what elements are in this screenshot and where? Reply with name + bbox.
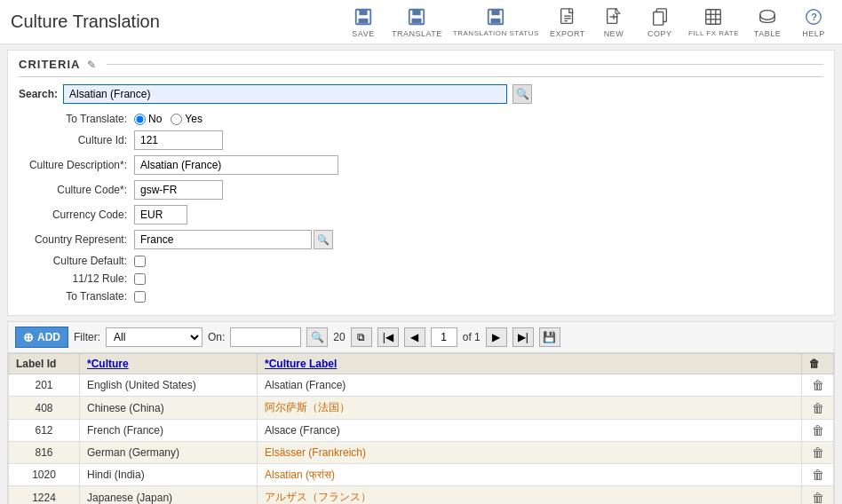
culture-desc-input[interactable] xyxy=(134,155,338,175)
translation-status-button[interactable]: TRANSLATION STATUS xyxy=(453,6,539,37)
copy-grid-button[interactable]: ⧉ xyxy=(351,327,372,347)
copy-button[interactable]: COPY xyxy=(642,6,678,38)
search-input[interactable] xyxy=(63,84,507,104)
cell-action: 🗑 xyxy=(802,464,834,486)
first-page-button[interactable]: |◀ xyxy=(377,327,399,347)
data-table: Label Id *Culture *Culture Label 🗑 201 E… xyxy=(8,353,834,504)
delete-row-button[interactable]: 🗑 xyxy=(812,378,824,392)
new-button[interactable]: NEW xyxy=(596,6,632,38)
label-id-header-text: Label Id xyxy=(16,358,56,370)
grid-section: ⊕ ADD Filter: All Translated Not Transla… xyxy=(7,321,835,504)
on-label: On: xyxy=(208,331,225,343)
fill-fx-rate-icon xyxy=(701,6,726,28)
culture-id-label: Culture Id: xyxy=(19,134,134,146)
search-button[interactable]: 🔍 xyxy=(512,84,532,104)
to-translate-form-label: To Translate: xyxy=(19,290,134,303)
country-represent-label: Country Represent: xyxy=(19,233,134,246)
eraser-icon[interactable]: ✎ xyxy=(87,59,96,71)
rule-label: 11/12 Rule: xyxy=(19,272,134,285)
fill-fx-rate-button[interactable]: FILL FX RATE xyxy=(688,6,739,37)
rule-checkbox[interactable] xyxy=(134,273,146,285)
filter-select[interactable]: All Translated Not Translated xyxy=(106,327,203,347)
radio-no-input[interactable] xyxy=(134,114,146,125)
delete-row-button[interactable]: 🗑 xyxy=(812,468,824,482)
rule-row: 11/12 Rule: xyxy=(19,272,823,285)
to-translate-row: To Translate: No Yes xyxy=(19,113,823,125)
page-title: Culture Translation xyxy=(11,12,160,32)
table-row: 1224 Japanese (Japan) アルザス（フランス） 🗑 xyxy=(9,486,834,505)
col-header-label-id[interactable]: Label Id xyxy=(9,354,80,374)
radio-yes[interactable]: Yes xyxy=(171,113,203,125)
new-label: NEW xyxy=(604,29,624,38)
cell-id: 1020 xyxy=(9,464,80,486)
new-icon xyxy=(601,6,626,28)
cell-action: 🗑 xyxy=(802,374,834,397)
copy-icon xyxy=(647,6,672,28)
radio-no-label: No xyxy=(148,113,162,125)
culture-code-input[interactable] xyxy=(134,180,223,200)
culture-default-checkbox[interactable] xyxy=(134,256,146,267)
culture-code-label: Culture Code*: xyxy=(19,184,134,196)
help-button[interactable]: ? HELP xyxy=(796,6,831,38)
search-label: Search: xyxy=(19,88,58,100)
grid-toolbar: ⊕ ADD Filter: All Translated Not Transla… xyxy=(8,322,834,353)
delete-row-button[interactable]: 🗑 xyxy=(812,445,824,460)
save-label: SAVE xyxy=(352,29,374,38)
export-grid-button[interactable]: 💾 xyxy=(539,327,560,347)
to-translate-form-row: To Translate: xyxy=(19,290,823,303)
per-page-value: 20 xyxy=(333,331,345,343)
save-button[interactable]: SAVE xyxy=(346,6,381,38)
culture-default-row: Culture Default: xyxy=(19,255,823,267)
culture-code-row: Culture Code*: xyxy=(19,180,823,200)
table-row: 201 English (United States) Alsatian (Fr… xyxy=(9,374,834,397)
cell-culture: Chinese (China) xyxy=(80,397,258,420)
action-header-icon: 🗑 xyxy=(809,358,820,370)
country-represent-input[interactable] xyxy=(134,230,312,249)
table-button[interactable]: TABLE xyxy=(750,6,785,38)
svg-text:?: ? xyxy=(811,11,817,21)
cell-label: Alsatian (फ्रांस) xyxy=(258,464,802,486)
radio-yes-input[interactable] xyxy=(171,114,182,125)
translation-status-label: TRANSLATION STATUS xyxy=(453,29,539,37)
header: Culture Translation SAVE TRANSLATE xyxy=(0,0,842,44)
culture-label-header-text: *Culture Label xyxy=(265,358,337,370)
table-body: 201 English (United States) Alsatian (Fr… xyxy=(9,374,834,505)
delete-row-button[interactable]: 🗑 xyxy=(812,423,824,437)
to-translate-checkbox[interactable] xyxy=(134,291,146,303)
prev-page-button[interactable]: ◀ xyxy=(404,327,425,347)
cell-id: 201 xyxy=(9,374,80,397)
radio-yes-label: Yes xyxy=(185,113,203,125)
help-icon: ? xyxy=(801,6,826,28)
country-lookup-button[interactable]: 🔍 xyxy=(314,230,333,249)
table-row: 1020 Hindi (India) Alsatian (फ्रांस) 🗑 xyxy=(9,464,834,486)
col-header-culture[interactable]: *Culture xyxy=(80,354,258,374)
export-icon xyxy=(555,6,580,28)
currency-code-input[interactable] xyxy=(134,205,187,224)
export-button[interactable]: EXPORT xyxy=(550,6,585,38)
on-input[interactable] xyxy=(230,327,301,347)
cell-culture: French (France) xyxy=(80,420,258,442)
delete-row-button[interactable]: 🗑 xyxy=(812,401,824,415)
add-label: ADD xyxy=(37,331,60,343)
cell-culture: German (Germany) xyxy=(80,442,258,464)
translate-icon xyxy=(404,6,429,28)
next-page-button[interactable]: ▶ xyxy=(486,327,507,347)
radio-no[interactable]: No xyxy=(134,113,162,125)
culture-id-row: Culture Id: xyxy=(19,130,823,150)
search-grid-button[interactable]: 🔍 xyxy=(306,327,328,347)
delete-row-button[interactable]: 🗑 xyxy=(812,491,824,505)
add-button[interactable]: ⊕ ADD xyxy=(15,327,68,348)
criteria-title: CRITERIA xyxy=(19,58,80,71)
svg-rect-2 xyxy=(359,18,369,23)
cell-label: Alsatian (France) xyxy=(258,374,802,397)
last-page-button[interactable]: ▶| xyxy=(512,327,534,347)
country-represent-row: Country Represent: 🔍 xyxy=(19,230,823,249)
table-icon xyxy=(755,6,780,28)
cell-id: 1224 xyxy=(9,486,80,505)
culture-desc-row: Culture Description*: xyxy=(19,155,823,175)
translate-button[interactable]: TRANSLATE xyxy=(392,6,442,38)
page-total: of 1 xyxy=(463,331,481,343)
col-header-culture-label[interactable]: *Culture Label xyxy=(258,354,802,374)
page-input[interactable] xyxy=(431,327,457,347)
culture-id-input[interactable] xyxy=(134,130,223,150)
